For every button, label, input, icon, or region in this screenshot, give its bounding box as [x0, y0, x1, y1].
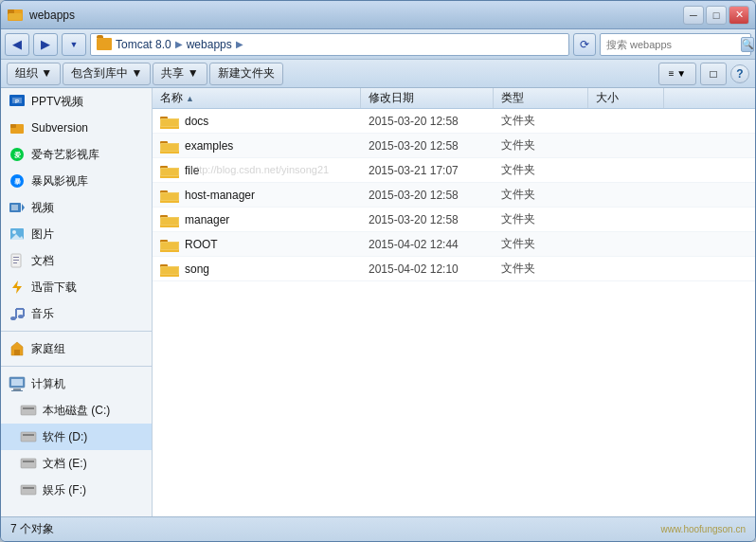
table-row[interactable]: examples 2015-03-20 12:58 文件夹	[153, 134, 755, 158]
svg-rect-52	[161, 144, 178, 151]
table-row[interactable]: host-manager 2015-03-20 12:58 文件夹	[153, 183, 755, 208]
subversion-icon	[9, 119, 26, 136]
svg-rect-14	[11, 205, 18, 210]
breadcrumb-sep1: ▶	[175, 39, 183, 49]
table-row[interactable]: song 2015-04-02 12:10 文件夹	[153, 257, 755, 281]
share-button[interactable]: 共享 ▼	[153, 63, 207, 85]
sidebar-drive-d[interactable]: 软件 (D:)	[1, 424, 152, 450]
search-bar: 🔍	[600, 33, 751, 56]
sidebar-label-drive-d: 软件 (D:)	[43, 429, 87, 445]
sidebar-label-drive-e: 文档 (E:)	[43, 456, 87, 472]
col-header-type[interactable]: 类型	[494, 88, 588, 108]
sidebar-label-drive-f: 娱乐 (F:)	[43, 482, 86, 498]
svg-text:P: P	[15, 99, 19, 104]
sidebar-item-thunder[interactable]: 迅雷下载	[1, 274, 152, 300]
help-button[interactable]: ?	[730, 64, 749, 83]
svg-rect-58	[161, 169, 178, 175]
titlebar-controls: ─ □ ✕	[683, 6, 749, 25]
forward-button[interactable]: ▶	[33, 33, 58, 56]
sidebar-item-baofeng[interactable]: 暴 暴风影视库	[1, 168, 152, 194]
file-type: 文件夹	[494, 113, 588, 129]
sidebar-drive-e[interactable]: 文档 (E:)	[1, 450, 152, 477]
table-row[interactable]: manager 2015-03-20 12:58 文件夹	[153, 208, 755, 232]
refresh-button[interactable]: ⟳	[573, 33, 596, 56]
picture-icon	[9, 226, 26, 243]
back-button[interactable]: ◀	[5, 33, 29, 56]
drive-c-icon	[20, 402, 37, 419]
breadcrumb-tomcat[interactable]: Tomcat 8.0	[116, 38, 171, 51]
video-icon	[9, 199, 26, 216]
file-type: 文件夹	[494, 261, 588, 277]
statusbar-right: www.hoofungson.cn	[660, 524, 746, 534]
col-header-size[interactable]: 大小	[588, 88, 664, 108]
col-header-name[interactable]: 名称 ▲	[153, 88, 361, 108]
file-name: manager	[153, 212, 361, 227]
sidebar-label-pptv: PPTV视频	[31, 94, 83, 110]
breadcrumb-bar[interactable]: Tomcat 8.0 ▶ webapps ▶	[90, 33, 569, 56]
toolbar-right: ≡ ▼ □ ?	[658, 63, 749, 85]
sidebar-item-aiqiyi[interactable]: 爱 爱奇艺影视库	[1, 141, 152, 168]
table-row[interactable]: docs 2015-03-20 12:58 文件夹	[153, 109, 755, 134]
file-type: 文件夹	[494, 236, 588, 252]
svg-rect-35	[21, 432, 36, 442]
table-row[interactable]: file 2015-03-21 17:07 文件夹	[153, 158, 755, 183]
sidebar-label-computer: 计算机	[31, 376, 65, 392]
sidebar-divider-1	[1, 331, 152, 332]
search-button[interactable]: 🔍	[741, 37, 754, 52]
sidebar-label-drive-c: 本地磁盘 (C:)	[43, 403, 110, 419]
sidebar-item-documents[interactable]: 文档	[1, 247, 152, 274]
maximize-button[interactable]: □	[706, 6, 727, 25]
sidebar: P PPTV视频 Subversion 爱 爱奇艺影视库	[1, 88, 153, 516]
drive-f-icon	[20, 481, 37, 498]
pptv-icon: P	[9, 93, 26, 110]
view-button[interactable]: ≡ ▼	[658, 63, 696, 85]
thunder-icon	[9, 279, 26, 296]
table-row[interactable]: ROOT 2015-04-02 12:44 文件夹	[153, 232, 755, 257]
sidebar-item-videos[interactable]: 视频	[1, 194, 152, 221]
dropdown-button[interactable]: ▼	[62, 33, 86, 56]
folder-icon	[160, 163, 179, 178]
sidebar-drive-c[interactable]: 本地磁盘 (C:)	[1, 397, 152, 424]
file-date: 2015-03-20 12:58	[361, 189, 494, 202]
homegroup-icon	[9, 340, 26, 357]
sidebar-item-pictures[interactable]: 图片	[1, 221, 152, 247]
sidebar-item-music[interactable]: 音乐	[1, 300, 152, 327]
svg-rect-33	[21, 406, 36, 415]
svg-text:暴: 暴	[14, 178, 22, 185]
svg-point-16	[12, 230, 16, 234]
titlebar: webapps ─ □ ✕	[1, 1, 755, 29]
folder-icon	[160, 262, 179, 277]
file-name: examples	[153, 138, 361, 154]
breadcrumb-webapps[interactable]: webapps	[187, 38, 232, 51]
svg-rect-39	[21, 485, 36, 495]
sidebar-section-computer[interactable]: 计算机	[1, 370, 152, 397]
new-folder-button[interactable]: 新建文件夹	[209, 63, 283, 85]
svg-rect-21	[13, 262, 17, 263]
file-name: file	[153, 163, 361, 178]
window-icon	[7, 7, 24, 24]
computer-icon	[9, 375, 26, 392]
titlebar-left: webapps	[7, 7, 75, 24]
file-name: host-manager	[153, 188, 361, 203]
minimize-button[interactable]: ─	[683, 6, 704, 25]
file-name: docs	[153, 114, 361, 129]
sidebar-label-music: 音乐	[31, 306, 54, 322]
svg-rect-46	[161, 119, 178, 126]
pane-button[interactable]: □	[700, 63, 727, 85]
search-input[interactable]	[606, 39, 737, 50]
sidebar-drive-f[interactable]: 娱乐 (F:)	[1, 477, 152, 503]
svg-rect-76	[161, 243, 178, 249]
sidebar-section-homegroup[interactable]: 家庭组	[1, 335, 152, 362]
svg-rect-82	[161, 267, 178, 274]
sidebar-item-pptv[interactable]: P PPTV视频	[1, 88, 152, 115]
explorer-window: webapps ─ □ ✕ ◀ ▶ ▼ Tomcat 8.0 ▶ webapps…	[0, 0, 756, 542]
sidebar-label-pictures: 图片	[31, 226, 54, 243]
file-type: 文件夹	[494, 211, 588, 227]
include-library-button[interactable]: 包含到库中 ▼	[63, 63, 151, 85]
organize-button[interactable]: 组织 ▼	[7, 63, 61, 85]
folder-icon	[160, 237, 179, 252]
file-name: ROOT	[153, 237, 361, 252]
sidebar-item-subversion[interactable]: Subversion	[1, 115, 152, 141]
col-header-date[interactable]: 修改日期	[361, 88, 494, 108]
close-button[interactable]: ✕	[729, 6, 749, 25]
